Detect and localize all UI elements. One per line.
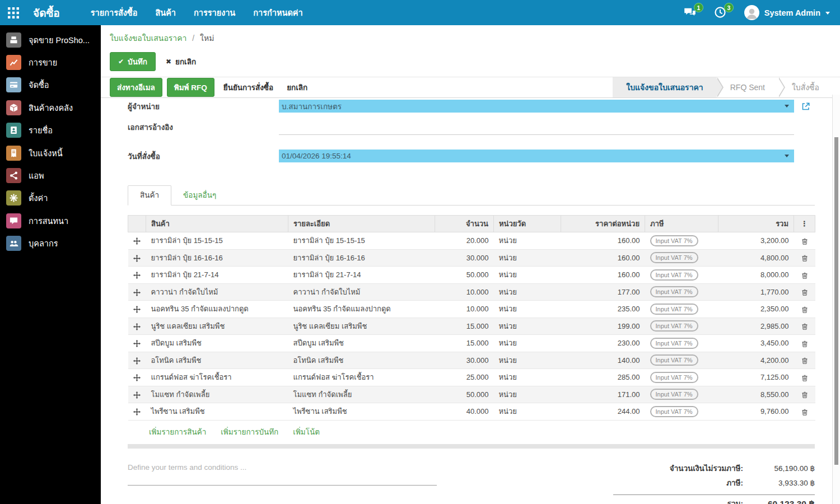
line-product[interactable]: นอคทริน 35 กำจัดแมลงปากดูด <box>146 301 288 318</box>
sidebar-item[interactable]: สินค้าคงคลัง <box>0 96 101 119</box>
print-rfq-button[interactable]: พิมพ์ RFQ <box>167 78 214 97</box>
line-uom[interactable]: หน่วย <box>494 232 561 250</box>
line-product[interactable]: คาวาน่า กำจัดใบไหม้ <box>146 283 288 301</box>
line-price[interactable]: 199.00 <box>561 318 645 335</box>
line-uom[interactable]: หน่วย <box>494 318 561 335</box>
line-price[interactable]: 177.00 <box>561 283 645 301</box>
tax-badge[interactable]: Input VAT 7% <box>650 372 698 383</box>
drag-handle[interactable] <box>128 318 146 335</box>
drag-handle[interactable] <box>128 335 146 352</box>
delete-line-button[interactable] <box>794 335 815 352</box>
tax-badge[interactable]: Input VAT 7% <box>650 354 698 366</box>
line-description[interactable]: ยารามิล่า ปุ๋ย 16-16-16 <box>288 249 435 267</box>
notebook-tab[interactable]: ข้อมูลอื่นๆ <box>171 186 228 205</box>
breadcrumb-parent-link[interactable]: ใบแจ้งขอใบเสนอราคา <box>110 34 186 43</box>
confirm-order-button[interactable]: ยืนยันการสั่งซื้อ <box>219 78 278 96</box>
qty-column-header[interactable]: จำนวน <box>435 216 494 232</box>
delete-line-button[interactable] <box>794 369 815 386</box>
tax-badge[interactable]: Input VAT 7% <box>650 338 698 349</box>
tax-badge[interactable]: Input VAT 7% <box>650 320 698 332</box>
activities-button[interactable]: 3 <box>714 6 727 20</box>
line-qty[interactable]: 25.000 <box>435 369 494 386</box>
topbar-menu[interactable]: รายการสั่งซื้อ <box>91 6 138 19</box>
apps-grid-icon[interactable] <box>6 6 21 20</box>
vendor-dropdown-caret-icon[interactable] <box>785 105 789 110</box>
status-step[interactable]: ใบสั่งซื้อ <box>778 77 833 97</box>
line-description[interactable]: อโทนิค เสริมพืช <box>288 352 435 369</box>
tax-badge[interactable]: Input VAT 7% <box>650 406 698 417</box>
line-qty[interactable]: 50.000 <box>435 267 494 284</box>
drag-handle[interactable] <box>128 403 146 421</box>
tax-badge[interactable]: Input VAT 7% <box>650 252 698 263</box>
tax-badge[interactable]: Input VAT 7% <box>650 286 698 297</box>
column-options-kebab-icon[interactable]: ⋮ <box>794 216 815 232</box>
line-product[interactable]: แกรนด์ฟอส ฆ่าโรคเชื้อรา <box>146 369 288 386</box>
delete-line-button[interactable] <box>794 352 815 369</box>
app-name[interactable]: จัดซื้อ <box>33 4 60 21</box>
sidebar-item[interactable]: จัดซื้อ <box>0 74 101 96</box>
drag-handle[interactable] <box>128 369 146 386</box>
order-date-input[interactable]: 01/04/2026 19:55:14 <box>279 150 794 162</box>
line-uom[interactable]: หน่วย <box>494 249 561 267</box>
tax-badge[interactable]: Input VAT 7% <box>650 304 698 315</box>
tax-column-header[interactable]: ภาษี <box>645 216 718 232</box>
line-description[interactable]: นอคทริน 35 กำจัดแมลงปากดูด <box>288 301 435 318</box>
line-product[interactable]: ยารามิล่า ปุ๋ย 16-16-16 <box>146 249 288 267</box>
cancel-button[interactable]: ยกเลิก <box>282 78 312 96</box>
line-qty[interactable]: 15.000 <box>435 318 494 335</box>
line-product[interactable]: ยารามิล่า ปุ๋ย 15-15-15 <box>146 232 288 250</box>
description-column-header[interactable]: รายละเอียด <box>288 216 435 232</box>
line-product[interactable]: โมแซท กำจัดเพลี้ย <box>146 386 288 403</box>
delete-line-button[interactable] <box>794 301 815 318</box>
line-qty[interactable]: 15.000 <box>435 335 494 352</box>
line-qty[interactable]: 30.000 <box>435 352 494 369</box>
vertical-scrollbar-track[interactable] <box>832 95 840 504</box>
save-button[interactable]: ✔บันทึก <box>110 52 156 71</box>
line-uom[interactable]: หน่วย <box>494 403 561 421</box>
external-link-icon[interactable] <box>801 102 810 111</box>
sidebar-item[interactable]: แอพ <box>0 164 101 186</box>
line-product[interactable]: สปีดบูม เสริมพืช <box>146 335 288 352</box>
line-uom[interactable]: หน่วย <box>494 335 561 352</box>
table-horizontal-scrollbar[interactable] <box>128 444 815 449</box>
line-qty[interactable]: 40.000 <box>435 403 494 421</box>
notebook-tab[interactable]: สินค้า <box>128 185 171 206</box>
tax-badge[interactable]: Input VAT 7% <box>650 389 698 400</box>
date-dropdown-caret-icon[interactable] <box>785 155 789 160</box>
line-price[interactable]: 160.00 <box>561 267 645 284</box>
line-uom[interactable]: หน่วย <box>494 283 561 301</box>
line-uom[interactable]: หน่วย <box>494 352 561 369</box>
drag-handle[interactable] <box>128 352 146 369</box>
line-price[interactable]: 160.00 <box>561 232 645 250</box>
user-menu[interactable]: System Admin <box>744 5 830 20</box>
add-line-link[interactable]: เพิ่มรายการบันทึก <box>221 426 278 438</box>
line-qty[interactable]: 10.000 <box>435 283 494 301</box>
product-column-header[interactable]: สินค้า <box>146 216 288 232</box>
delete-line-button[interactable] <box>794 283 815 301</box>
drag-handle[interactable] <box>128 267 146 284</box>
sidebar-item[interactable]: ตั้งค่า <box>0 187 101 209</box>
vertical-scrollbar-thumb[interactable] <box>834 137 838 465</box>
add-line-link[interactable]: เพิ่มโน้ต <box>293 426 320 438</box>
line-price[interactable]: 244.00 <box>561 403 645 421</box>
delete-line-button[interactable] <box>794 267 815 284</box>
line-description[interactable]: โมแซท กำจัดเพลี้ย <box>288 386 435 403</box>
sidebar-item[interactable]: ใบแจ้งหนี้ <box>0 142 101 164</box>
delete-line-button[interactable] <box>794 249 815 267</box>
topbar-menu[interactable]: การกำหนดค่า <box>253 6 302 19</box>
vendor-input[interactable]: บ.สมานการเกษตร <box>279 100 794 113</box>
line-price[interactable]: 285.00 <box>561 369 645 386</box>
line-uom[interactable]: หน่วย <box>494 369 561 386</box>
line-description[interactable]: ยารามิล่า ปุ๋ย 15-15-15 <box>288 232 435 250</box>
discard-button[interactable]: ✖ยกเลิก <box>161 53 200 71</box>
delete-line-button[interactable] <box>794 232 815 250</box>
sidebar-item[interactable]: การขาย <box>0 51 101 73</box>
tax-badge[interactable]: Input VAT 7% <box>650 235 698 246</box>
price-column-header[interactable]: ราคาต่อหน่วย <box>561 216 645 232</box>
sidebar-item[interactable]: จุดขาย ProSho... <box>0 29 101 51</box>
delete-line-button[interactable] <box>794 386 815 403</box>
line-price[interactable]: 171.00 <box>561 386 645 403</box>
delete-line-button[interactable] <box>794 403 815 421</box>
line-product[interactable]: อโทนิค เสริมพืช <box>146 352 288 369</box>
line-price[interactable]: 230.00 <box>561 335 645 352</box>
